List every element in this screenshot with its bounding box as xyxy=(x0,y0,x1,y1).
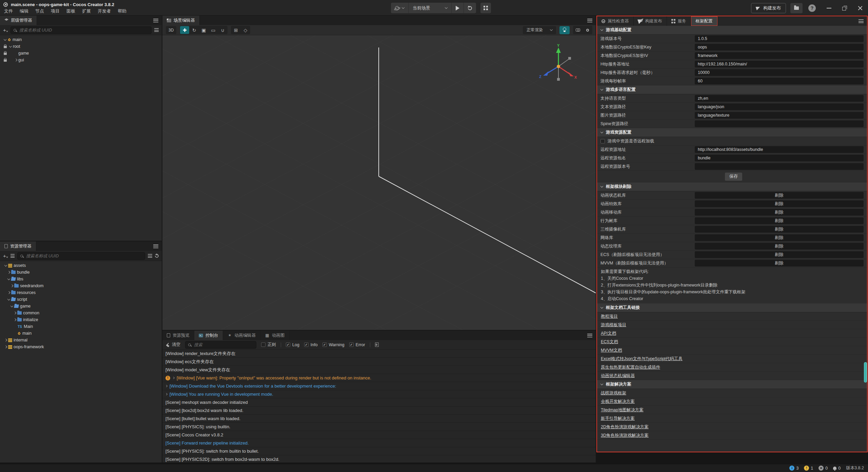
tree-chevron-icon[interactable] xyxy=(4,38,6,40)
log-filter-checkbox[interactable]: Error xyxy=(349,342,365,347)
hierarchy-search-input[interactable] xyxy=(19,27,149,33)
tree-chevron-icon[interactable] xyxy=(7,271,10,274)
warning-count-badge[interactable]: ! 1 xyxy=(804,466,813,471)
hierarchy-node[interactable]: gui xyxy=(0,57,162,63)
menu-item[interactable]: 文件 xyxy=(1,8,16,14)
solution-link[interactable]: 战棋游戏框架 xyxy=(601,390,626,396)
log-row[interactable]: ! [Scene] meshopt wasm decoder initializ… xyxy=(162,398,596,407)
layout-button[interactable] xyxy=(480,3,491,13)
tree-chevron-icon[interactable] xyxy=(7,277,10,280)
console-search-input[interactable] xyxy=(193,342,253,348)
save-button[interactable]: 保存 xyxy=(725,173,742,181)
assets-search-input[interactable] xyxy=(25,253,142,259)
tree-chevron-icon[interactable] xyxy=(14,318,16,321)
expand-chevron-icon[interactable] xyxy=(165,385,167,387)
asset-node[interactable]: main xyxy=(0,330,162,337)
remove-button[interactable]: 剔除 xyxy=(695,200,864,207)
asset-node[interactable]: internal xyxy=(0,337,162,343)
panel-menu-icon[interactable] xyxy=(153,19,158,22)
minimize-button[interactable] xyxy=(827,6,831,11)
log-row[interactable]: ! [Window] render_texture文件夹存在 xyxy=(162,350,596,358)
remove-button[interactable]: 剔除 xyxy=(695,192,864,199)
tree-chevron-icon[interactable] xyxy=(7,297,10,300)
console-tab[interactable]: 动画图 xyxy=(260,331,290,340)
open-folder-button[interactable] xyxy=(790,3,803,13)
text-input[interactable]: http://localhost:8083/assets/bundle xyxy=(695,146,864,153)
inspector-tab[interactable]: 服务 xyxy=(667,16,691,26)
asset-node[interactable]: bundle xyxy=(0,269,162,276)
text-input[interactable]: language/json xyxy=(695,103,864,110)
dimension-toggle-button[interactable]: 3D xyxy=(166,26,176,34)
solution-link[interactable]: Tiledmap地图解决方案 xyxy=(601,407,644,413)
tree-chevron-icon[interactable] xyxy=(4,263,7,266)
scene-select[interactable]: 当前场景 xyxy=(409,3,451,13)
asset-node[interactable]: game xyxy=(0,303,162,310)
asset-node[interactable]: Main xyxy=(0,323,162,330)
notification-badge[interactable]: 0 xyxy=(833,466,841,471)
log-row[interactable]: ! [Scene] [PHYSICS]: switch from builtin… xyxy=(162,447,596,455)
section-header-trim[interactable]: 框架模块剔除 xyxy=(597,182,867,191)
platform-select[interactable] xyxy=(391,3,408,13)
menu-item[interactable]: 扩展 xyxy=(79,8,94,14)
text-input[interactable] xyxy=(695,120,864,127)
hierarchy-node[interactable]: root xyxy=(0,43,162,50)
console-tab[interactable]: 动画编辑器 xyxy=(223,331,261,340)
menu-item[interactable]: 编辑 xyxy=(16,8,32,14)
text-input[interactable]: http://192.168.0.150/main/ xyxy=(695,61,864,67)
expand-chevron-icon[interactable] xyxy=(172,377,175,379)
remove-button[interactable]: 剔除 xyxy=(695,209,864,216)
log-row[interactable]: ! [Window] Download the Vue Devtools ext… xyxy=(162,382,596,390)
menu-item[interactable]: 开发者 xyxy=(94,8,114,14)
camera-button[interactable] xyxy=(573,26,583,34)
menu-item[interactable]: 项目 xyxy=(47,8,63,14)
remove-button[interactable]: 剔除 xyxy=(695,243,864,250)
close-button[interactable] xyxy=(858,6,863,11)
scale-tool-button[interactable]: ▣ xyxy=(199,26,208,34)
inspector-tab[interactable]: 构建发布 xyxy=(634,16,667,26)
scene-settings-button[interactable] xyxy=(583,26,592,34)
scrollbar-thumb[interactable] xyxy=(864,362,867,382)
text-input[interactable]: bundle xyxy=(695,155,864,161)
menu-item[interactable]: 节点 xyxy=(32,8,47,14)
log-filter-checkbox[interactable]: Log xyxy=(286,342,299,347)
tree-chevron-icon[interactable] xyxy=(11,284,13,287)
play-button[interactable] xyxy=(452,3,463,13)
log-row[interactable]: ! [Scene] [PHYSICS2D]: switch from box2d… xyxy=(162,455,596,463)
add-node-button[interactable]: + xyxy=(3,27,8,33)
console-tab[interactable]: 控制台 xyxy=(194,331,223,340)
inspector-tab[interactable]: 框架配置 xyxy=(691,16,717,26)
solution-link[interactable]: 全栈开发解决方案 xyxy=(601,399,635,405)
refresh-icon[interactable] xyxy=(154,253,159,258)
log-row[interactable]: ! [Window] model_view文件夹存在 xyxy=(162,366,596,374)
log-row[interactable]: ! [Scene] Cocos Creator v3.8.2 xyxy=(162,431,596,439)
gizmo-tool-button[interactable]: ∪ xyxy=(218,26,227,34)
asset-node[interactable]: script xyxy=(0,296,162,303)
log-row[interactable]: ! [Window] You are running Vue in develo… xyxy=(162,390,596,398)
doc-link[interactable]: 教程项目 xyxy=(601,314,618,319)
remove-button[interactable]: 剔除 xyxy=(695,226,864,233)
tree-chevron-icon[interactable] xyxy=(11,304,13,307)
sort-icon[interactable] xyxy=(11,254,15,258)
text-input[interactable]: zh,en xyxy=(695,95,864,102)
tab-assets[interactable]: 资源管理器 xyxy=(0,241,36,251)
section-header-lang[interactable]: 游戏多语言配置 xyxy=(597,85,867,94)
log-row[interactable]: ! [Scene] [box2d]:box2d wasm lib loaded. xyxy=(162,407,596,415)
text-input[interactable]: 1.0.5 xyxy=(695,35,864,42)
build-publish-button[interactable]: 构建发布 xyxy=(751,3,786,13)
hierarchy-node[interactable]: main xyxy=(0,36,162,43)
solution-link[interactable]: 3D角色扮演游戏解决方案 xyxy=(601,433,649,438)
menu-item[interactable]: 面板 xyxy=(63,8,79,14)
text-input[interactable]: oops xyxy=(695,44,864,51)
hierarchy-node[interactable]: game xyxy=(0,50,162,57)
tree-chevron-icon[interactable] xyxy=(15,59,17,61)
info-count-badge[interactable]: i 3 xyxy=(789,466,798,471)
console-tab[interactable]: 资源预览 xyxy=(162,331,194,340)
text-input[interactable]: 10000 xyxy=(695,69,864,76)
doc-link[interactable]: 动画状态机编辑器 xyxy=(601,373,635,379)
tree-chevron-icon[interactable] xyxy=(4,346,7,348)
doc-link[interactable]: Excel格式转Json文件与TypeScript代码工具 xyxy=(601,356,683,362)
doc-link[interactable]: 原生包热更新配置自动生成插件 xyxy=(601,365,660,370)
regex-checkbox[interactable]: 正则 xyxy=(261,342,276,348)
light-toggle-button[interactable] xyxy=(559,26,570,34)
text-input[interactable]: 60 xyxy=(695,78,864,84)
